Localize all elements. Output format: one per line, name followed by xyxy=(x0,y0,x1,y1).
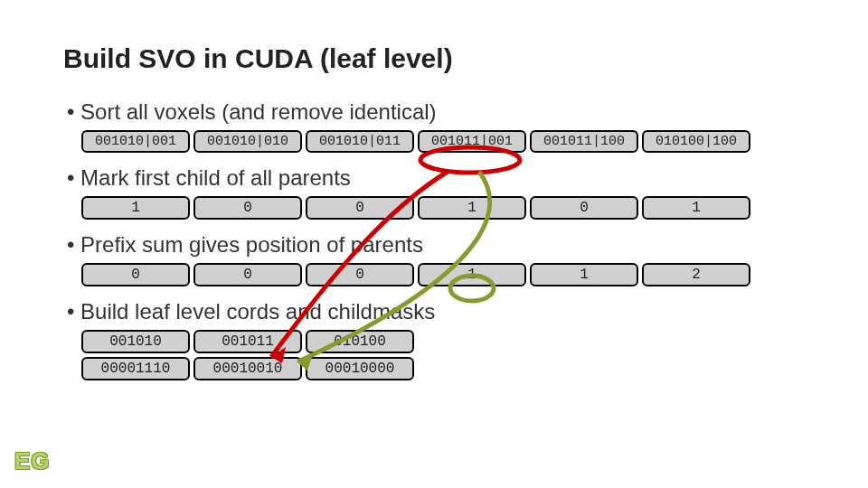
row-cords: 001010 001011 010100 xyxy=(81,330,805,353)
bullet-sort: Sort all voxels (and remove identical) xyxy=(67,99,805,125)
prefix-cell: 1 xyxy=(418,263,526,286)
cord-cell: 001011 xyxy=(193,330,302,353)
mark-cell: 0 xyxy=(530,196,638,220)
row-marks: 1 0 0 1 0 1 xyxy=(81,196,805,220)
mark-cell: 1 xyxy=(81,196,190,220)
voxel-cell: 001010|001 xyxy=(81,130,190,153)
prefix-cell: 2 xyxy=(642,263,750,286)
slide-title: Build SVO in CUDA (leaf level) xyxy=(63,43,805,74)
voxel-cell: 001011|100 xyxy=(530,130,638,153)
cord-cell: 001010 xyxy=(81,330,190,353)
mark-cell: 1 xyxy=(418,196,526,220)
voxel-cell: 001011|001 xyxy=(418,130,526,153)
eg-logo: EG xyxy=(14,447,51,475)
row-childmasks: 00001110 00010010 00010000 xyxy=(81,357,805,380)
mask-cell: 00001110 xyxy=(81,357,190,380)
voxel-cell: 001010|010 xyxy=(193,130,302,153)
voxel-cell: 001010|011 xyxy=(306,130,414,153)
row-voxels: 001010|001 001010|010 001010|011 001011|… xyxy=(81,130,805,153)
prefix-cell: 1 xyxy=(530,263,638,286)
prefix-cell: 0 xyxy=(193,263,302,286)
prefix-cell: 0 xyxy=(81,263,190,286)
voxel-cell: 010100|100 xyxy=(642,130,750,153)
row-prefix: 0 0 0 1 1 2 xyxy=(81,263,805,286)
bullet-build: Build leaf level cords and childmasks xyxy=(67,299,805,324)
slide: Build SVO in CUDA (leaf level) Sort all … xyxy=(0,0,868,488)
bullet-prefix: Prefix sum gives position of parents xyxy=(67,232,805,258)
cord-cell: 010100 xyxy=(306,330,414,353)
prefix-cell: 0 xyxy=(306,263,414,286)
mark-cell: 1 xyxy=(642,196,750,220)
bullet-mark: Mark first child of all parents xyxy=(67,165,805,191)
mask-cell: 00010010 xyxy=(193,357,302,380)
mark-cell: 0 xyxy=(306,196,414,220)
mask-cell: 00010000 xyxy=(306,357,414,380)
mark-cell: 0 xyxy=(193,196,302,220)
